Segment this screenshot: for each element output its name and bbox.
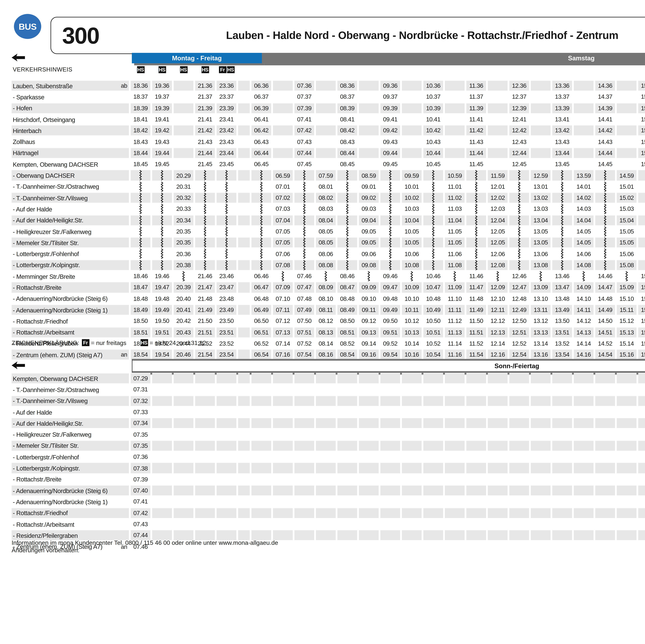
time-cell: 11.09 (445, 282, 464, 293)
spacer-cell (238, 429, 250, 440)
no-stop-wave-icon (259, 226, 264, 236)
time-cell: 19.41 (152, 114, 172, 125)
time-cell: 14.14 (574, 338, 594, 349)
time-cell: 06.45 (251, 159, 271, 170)
time-cell: 18.36 (131, 80, 151, 91)
spacer-cell (238, 91, 250, 102)
empty-cell (488, 102, 507, 114)
time-cell: 08.52 (338, 338, 357, 349)
no-stop-cell (131, 259, 151, 271)
empty-badge-cell (574, 65, 594, 74)
empty-cell (617, 407, 636, 418)
no-stop-cell (152, 192, 172, 203)
time-cell: 11.02 (445, 192, 464, 203)
empty-cell (531, 91, 551, 102)
time-cell: 07.42 (131, 507, 151, 518)
station-name: - Hofen (13, 104, 32, 112)
station-cell: - Auf der Halde (12, 203, 129, 215)
time-cell: 07.45 (294, 159, 314, 170)
time-cell: 15.16 (617, 349, 636, 360)
empty-cell (488, 518, 507, 530)
footer-line2: Änderungen vorbehalten. (12, 547, 278, 554)
no-stop-wave-icon (259, 238, 264, 248)
empty-cell (359, 429, 379, 440)
empty-cell (445, 91, 464, 102)
empty-cell (423, 418, 443, 429)
empty-cell (531, 384, 551, 395)
empty-cell (251, 474, 271, 485)
empty-cell (359, 136, 379, 148)
dep-arr-marker: an (121, 352, 127, 358)
time-cell: 07.33 (131, 407, 151, 418)
empty-cell (488, 136, 507, 148)
time-cell: 12.41 (509, 114, 529, 125)
no-stop-wave-icon (388, 193, 393, 203)
time-cell: 13.02 (531, 192, 551, 203)
station-cell: - T.-Dannheimer-Str./Ostrachweg (12, 181, 129, 192)
time-cell: 11.08 (445, 259, 464, 271)
empty-cell (217, 462, 236, 474)
no-stop-cell (509, 192, 529, 203)
empty-cell (273, 147, 293, 159)
empty-cell (552, 407, 572, 418)
no-stop-cell (423, 226, 443, 237)
empty-cell (574, 530, 594, 541)
time-cell: 10.44 (423, 147, 443, 159)
spacer-cell (238, 349, 250, 360)
empty-cell (217, 440, 236, 451)
time-cell: 09.03 (359, 203, 379, 215)
time-cell: 11.44 (466, 147, 486, 159)
time-cell: 14.10 (574, 293, 594, 304)
no-stop-wave-icon (302, 204, 306, 214)
station-name: - T.-Dannheimer-Str./Vilsweg (13, 194, 87, 201)
empty-cell (638, 407, 645, 418)
empty-cell (217, 418, 236, 429)
empty-cell (617, 384, 636, 395)
time-cell: 18.50 (131, 315, 151, 327)
spacer-cell (238, 181, 250, 192)
empty-cell (617, 518, 636, 530)
empty-cell (359, 407, 379, 418)
time-cell: 08.12 (316, 315, 336, 327)
time-cell: 10.02 (402, 192, 422, 203)
no-stop-cell (595, 237, 615, 248)
no-stop-cell (638, 170, 645, 181)
spacer-cell (238, 474, 250, 485)
time-cell: 23.49 (217, 304, 236, 315)
no-stop-wave-icon (474, 182, 479, 192)
no-stop-cell (638, 203, 645, 215)
time-cell: 10.03 (402, 203, 422, 215)
time-cell: 06.39 (251, 102, 271, 114)
empty-cell (294, 418, 314, 429)
empty-cell (294, 518, 314, 530)
empty-cell (423, 530, 443, 541)
no-stop-cell (423, 248, 443, 259)
empty-badge-cell (402, 65, 422, 74)
empty-badge-cell (466, 65, 486, 74)
traffic-note-label: VERKEHRSHINWEIS (12, 65, 129, 74)
no-stop-cell (380, 237, 400, 248)
time-cell: 13.48 (552, 293, 572, 304)
empty-cell (174, 91, 193, 102)
time-cell: 13.05 (531, 237, 551, 248)
empty-cell (217, 395, 236, 407)
empty-cell (509, 518, 529, 530)
no-stop-cell (595, 226, 615, 237)
empty-cell (338, 418, 357, 429)
station-name: - Adenauerring/Nordbrücke (Steig 6) (13, 487, 108, 494)
empty-cell (316, 507, 336, 518)
empty-cell (445, 384, 464, 395)
time-cell: 08.50 (338, 315, 357, 327)
no-stop-wave-icon (302, 238, 306, 248)
no-stop-wave-icon (452, 271, 457, 281)
empty-cell (488, 451, 507, 462)
time-cell: 12.14 (488, 338, 507, 349)
no-stop-cell (217, 259, 236, 271)
time-cell: 15.41 (638, 114, 645, 125)
time-cell: 14.09 (574, 282, 594, 293)
time-cell: 07.39 (131, 474, 151, 485)
no-stop-wave-icon (160, 260, 164, 270)
bus-logo: BUS (14, 14, 41, 39)
no-stop-wave-icon (302, 170, 306, 181)
time-cell: 13.05 (531, 226, 551, 237)
